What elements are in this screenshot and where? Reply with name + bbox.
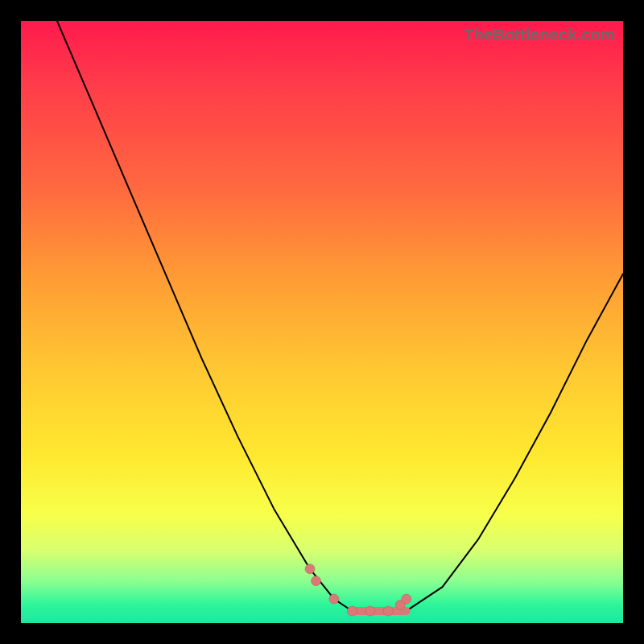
curve-right-arm [407, 274, 623, 611]
marker-dot [312, 576, 321, 586]
curve-overlay [21, 21, 623, 623]
marker-dot [329, 594, 339, 604]
marker-dot [305, 564, 315, 574]
curve-left-arm [57, 21, 353, 611]
chart-frame: TheBottleneck.com [0, 0, 644, 644]
marker-dot [365, 606, 375, 616]
marker-dot [383, 606, 393, 616]
plot-area: TheBottleneck.com [21, 21, 623, 623]
marker-dot [347, 606, 357, 616]
marker-dot [402, 594, 411, 604]
